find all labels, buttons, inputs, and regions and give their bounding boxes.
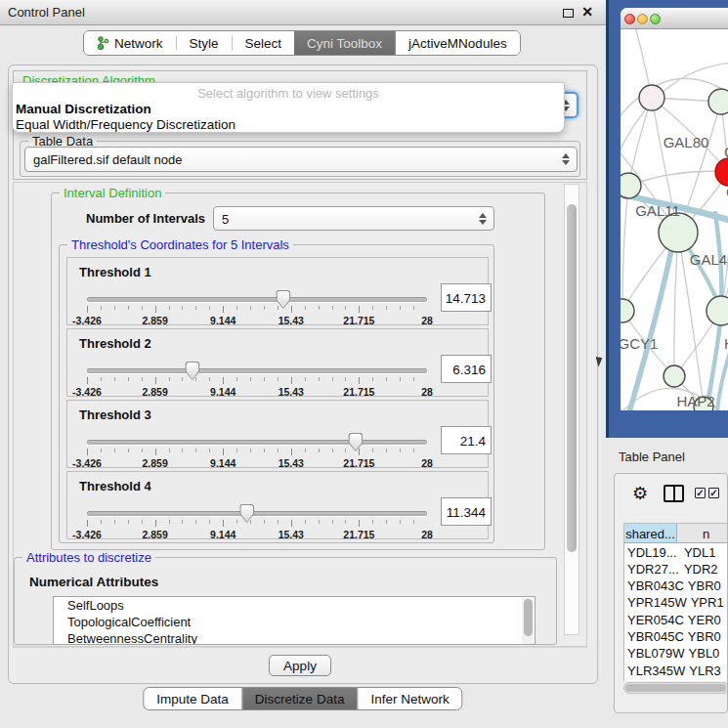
slider-track[interactable] bbox=[87, 440, 427, 445]
thresholds-group: Threshold's Coordinates for 5 Intervals … bbox=[59, 244, 494, 543]
tab-select[interactable]: Select bbox=[233, 31, 295, 55]
apply-button[interactable]: Apply bbox=[269, 655, 331, 676]
dropdown-option-equal-width[interactable]: Equal Width/Frequency Discretization bbox=[16, 117, 236, 132]
threshold-slider[interactable]: -3.4262.8599.14415.4321.71528 bbox=[87, 436, 427, 467]
mac-zoom-icon[interactable] bbox=[650, 14, 661, 24]
tick-label: 2.859 bbox=[142, 529, 167, 540]
table-row[interactable]: YDR27... YDR2 bbox=[624, 560, 728, 577]
attribute-item[interactable]: BetweennessCentrality bbox=[54, 630, 535, 645]
columns-icon[interactable] bbox=[664, 485, 684, 502]
num-intervals-value: 5 bbox=[222, 212, 229, 227]
list-scrollbar[interactable] bbox=[522, 598, 534, 645]
tab-impute-data[interactable]: Impute Data bbox=[144, 688, 241, 709]
tick-major bbox=[87, 449, 427, 455]
network-window-titlebar[interactable] bbox=[621, 8, 728, 29]
table-horizontal-scrollbar[interactable] bbox=[623, 682, 728, 694]
threshold-value-field[interactable]: 11.344 bbox=[441, 497, 492, 526]
tick-label: 15.43 bbox=[278, 386, 304, 398]
column-header-shared-name[interactable]: shared... bbox=[624, 524, 677, 542]
num-intervals-combobox[interactable]: 5 bbox=[213, 206, 494, 231]
table-row[interactable]: YPR145W YPR1 bbox=[624, 594, 728, 611]
slider-track[interactable] bbox=[87, 297, 427, 302]
table-row[interactable]: YDL19... YDL1 bbox=[624, 543, 728, 560]
vertical-scrollbar[interactable] bbox=[564, 184, 579, 635]
attribute-item[interactable]: TopologicalCoefficient bbox=[54, 614, 535, 630]
numerical-attributes-list[interactable]: SelfLoopsTopologicalCoefficientBetweenne… bbox=[53, 596, 535, 645]
mac-close-icon[interactable] bbox=[624, 14, 635, 24]
stepper-icon bbox=[478, 213, 488, 225]
tab-style[interactable]: Style bbox=[177, 31, 232, 55]
dropdown-option-manual[interactable]: Manual Discretization bbox=[16, 102, 151, 116]
cell-shared-name: YER054C bbox=[624, 611, 684, 627]
node-label-hap2: HAP2 bbox=[676, 393, 714, 409]
tick-label: 2.859 bbox=[142, 315, 167, 326]
checkbox-icon[interactable]: ✓ bbox=[695, 488, 706, 498]
tick-label: 21.715 bbox=[343, 386, 374, 398]
table-row[interactable]: YBL079W YBL0 bbox=[624, 645, 728, 662]
close-icon[interactable]: ✕ bbox=[581, 4, 593, 20]
float-window-icon[interactable] bbox=[563, 9, 574, 18]
threshold-value-field[interactable]: 14.713 bbox=[441, 283, 492, 312]
numerical-attributes-label: Numerical Attributes bbox=[29, 575, 158, 589]
threshold-label: Threshold 1 bbox=[79, 265, 151, 279]
slider-thumb[interactable] bbox=[276, 290, 290, 309]
tick-label: -3.426 bbox=[72, 386, 102, 398]
slider-ticks bbox=[87, 306, 427, 313]
list-scrollbar-thumb[interactable] bbox=[524, 599, 533, 636]
table-data-combobox[interactable]: galFiltered.sif default node bbox=[24, 147, 578, 172]
threshold-value-field[interactable]: 6.316 bbox=[441, 355, 492, 383]
slider-thumb[interactable] bbox=[239, 504, 254, 523]
network-canvas[interactable]: GAL80 G C GAL11 GAL4 GCY1 H HAP2 bbox=[621, 29, 728, 410]
cell-shared-name: YDL19... bbox=[624, 543, 680, 560]
tab-network[interactable]: Network bbox=[84, 31, 176, 55]
slider-track[interactable] bbox=[87, 511, 427, 516]
slider-track[interactable] bbox=[87, 368, 427, 373]
threshold-label: Threshold 2 bbox=[79, 336, 151, 351]
slider-ticks bbox=[87, 377, 427, 384]
slider-thumb[interactable] bbox=[185, 362, 199, 380]
column-header-name[interactable]: n bbox=[677, 524, 728, 542]
screen: Control Panel ✕ Network Style Select Cyn… bbox=[0, 0, 728, 728]
cell-name: YDL1 bbox=[680, 543, 728, 560]
tick-major bbox=[87, 520, 427, 527]
tick-major bbox=[87, 377, 427, 384]
threshold-slider[interactable]: -3.4262.8599.14415.4321.71528 bbox=[87, 293, 427, 324]
table-row[interactable]: YIL052C YIL0 bbox=[624, 678, 728, 681]
threshold-row: Threshold 3 -3.4262.8599.14415.4321.7152… bbox=[66, 400, 489, 468]
tab-infer-network[interactable]: Infer Network bbox=[358, 688, 461, 709]
cell-name: YBR0 bbox=[684, 627, 728, 644]
tick-label: 21.715 bbox=[343, 457, 374, 469]
network-window-frame: GAL80 G C GAL11 GAL4 GCY1 H HAP2 bbox=[606, 0, 728, 438]
slider-ticks bbox=[87, 449, 427, 455]
gear-icon[interactable]: ⚙ bbox=[632, 485, 648, 502]
tab-label: Infer Network bbox=[370, 692, 449, 707]
slider-thumb[interactable] bbox=[348, 433, 363, 451]
table-panel-title: Table Panel bbox=[619, 450, 685, 464]
tab-discretize-data[interactable]: Discretize Data bbox=[242, 688, 358, 709]
table-row[interactable]: YBR043C YBR0 bbox=[624, 578, 728, 594]
threshold-value-field[interactable]: 21.4 bbox=[441, 426, 492, 454]
tab-jactivemnodules[interactable]: jActiveMNodules bbox=[395, 31, 520, 55]
threshold-slider[interactable]: -3.4262.8599.14415.4321.71528 bbox=[87, 364, 427, 396]
dropdown-placeholder: Select algorithm to view settings bbox=[13, 86, 564, 101]
table-hscrollbar-thumb[interactable] bbox=[625, 684, 726, 692]
node-label-partial-g: G bbox=[724, 144, 728, 160]
tick-major bbox=[87, 306, 427, 313]
tick-label: -3.426 bbox=[72, 457, 102, 469]
attribute-item[interactable]: SelfLoops bbox=[54, 597, 535, 614]
vertical-scrollbar-thumb[interactable] bbox=[567, 204, 577, 552]
tab-label: Select bbox=[245, 36, 282, 51]
cell-name: YBR0 bbox=[684, 578, 728, 594]
table-row[interactable]: YBR045C YBR0 bbox=[624, 627, 728, 644]
node-h bbox=[707, 296, 728, 325]
table-row[interactable]: YLR345W YLR3 bbox=[624, 662, 728, 678]
node-label-gal80: GAL80 bbox=[664, 134, 709, 150]
mac-minimize-icon[interactable] bbox=[637, 14, 648, 24]
cell-name: YDR2 bbox=[680, 560, 728, 577]
checkbox-icon[interactable]: ✓ bbox=[708, 488, 719, 498]
tab-cyni-toolbox[interactable]: Cyni Toolbox bbox=[294, 31, 395, 55]
table-row[interactable]: YER054C YER0 bbox=[624, 611, 728, 627]
table-body: YDL19... YDL1 YDR27... YDR2 YBR043C YBR0… bbox=[624, 543, 728, 681]
threshold-slider[interactable]: -3.4262.8599.14415.4321.71528 bbox=[87, 507, 427, 538]
node-hap2 bbox=[664, 365, 685, 387]
